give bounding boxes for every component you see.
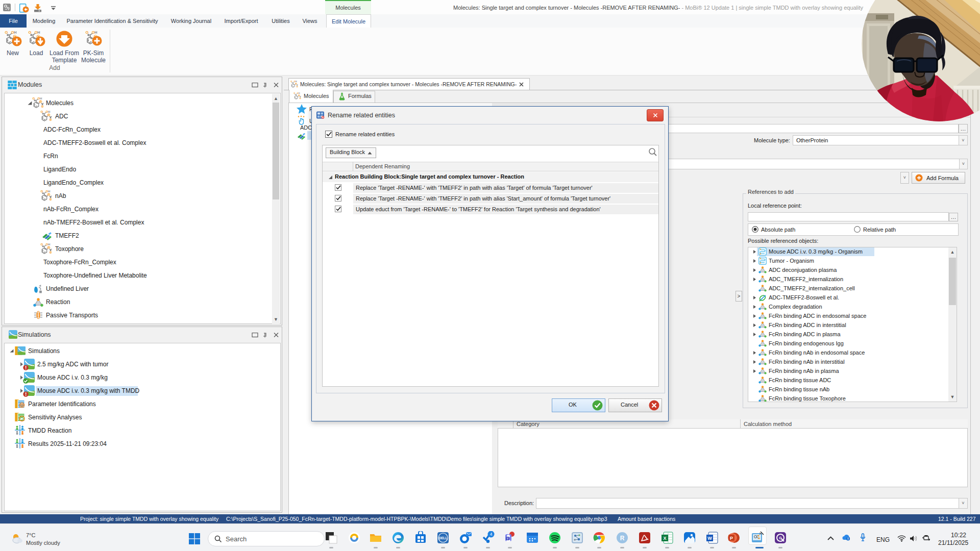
svg-text:G: G bbox=[779, 536, 782, 540]
svg-text:X: X bbox=[663, 536, 666, 541]
svg-text:4: 4 bbox=[490, 532, 493, 537]
svg-text:R: R bbox=[620, 535, 625, 542]
svg-text:P: P bbox=[730, 536, 733, 541]
svg-text:W: W bbox=[707, 536, 712, 541]
svg-text:i: i bbox=[848, 537, 849, 540]
svg-text:DELL: DELL bbox=[439, 536, 448, 540]
